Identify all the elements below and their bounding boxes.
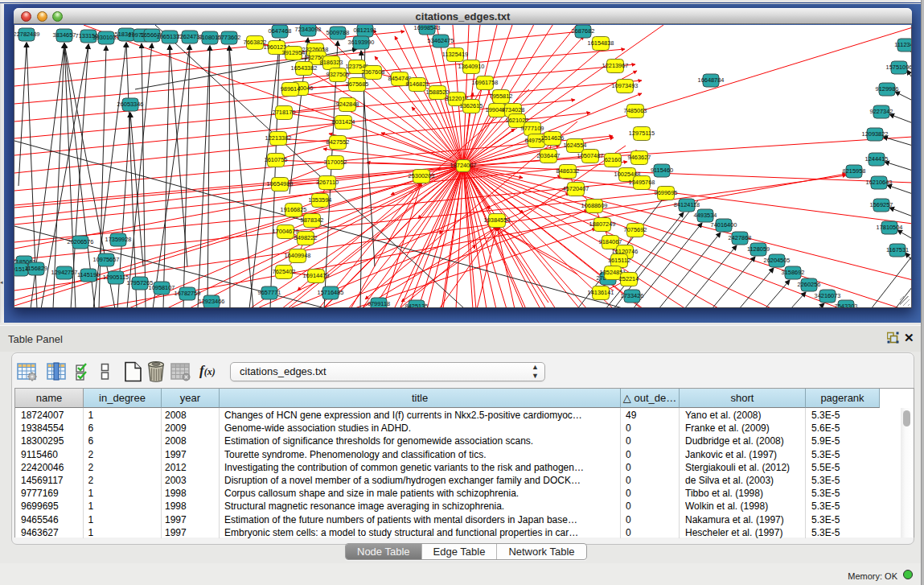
svg-text:36193990: 36193990 xyxy=(348,39,375,46)
svg-text:12975115: 12975115 xyxy=(629,130,655,137)
svg-text:8215958: 8215958 xyxy=(843,167,866,175)
svg-text:15751096: 15751096 xyxy=(886,64,912,71)
svg-text:0812191: 0812191 xyxy=(354,27,377,34)
svg-text:1733426: 1733426 xyxy=(621,292,644,299)
svg-text:20206576: 20206576 xyxy=(68,238,94,245)
svg-text:2260256: 2260256 xyxy=(798,281,821,288)
svg-text:13640910: 13640910 xyxy=(458,63,485,70)
svg-text:7543303: 7543303 xyxy=(835,303,858,308)
svg-text:10973493: 10973493 xyxy=(612,82,639,89)
svg-text:7625402: 7625402 xyxy=(273,268,296,275)
svg-text:5878342: 5878342 xyxy=(301,216,324,224)
svg-text:1112345: 1112345 xyxy=(894,41,912,48)
svg-text:16782759: 16782759 xyxy=(175,290,201,297)
svg-text:16210643: 16210643 xyxy=(866,179,893,186)
svg-text:6773602: 6773602 xyxy=(218,34,241,41)
svg-text:9129986: 9129986 xyxy=(876,85,899,93)
svg-text:74016400: 74016400 xyxy=(711,221,737,229)
svg-text:16961758: 16961758 xyxy=(472,79,499,86)
svg-text:1128059: 1128059 xyxy=(747,245,770,253)
svg-text:10958107: 10958107 xyxy=(149,284,175,291)
svg-text:9184067: 9184067 xyxy=(599,238,622,245)
svg-text:17810504: 17810504 xyxy=(877,224,903,231)
svg-text:5009788: 5009788 xyxy=(326,29,350,36)
svg-text:10688609: 10688609 xyxy=(581,202,608,209)
svg-text:19384554: 19384554 xyxy=(484,216,511,224)
svg-text:5498222: 5498222 xyxy=(294,234,318,241)
svg-text:8031424: 8031424 xyxy=(332,118,355,126)
svg-text:11325419: 11325419 xyxy=(442,51,468,58)
svg-text:1615112: 1615112 xyxy=(608,257,630,264)
svg-text:7955812: 7955812 xyxy=(490,93,513,100)
svg-text:3834657: 3834657 xyxy=(53,31,76,39)
svg-text:7485063: 7485063 xyxy=(624,107,647,114)
svg-text:45720407: 45720407 xyxy=(563,185,589,192)
svg-text:9115460: 9115460 xyxy=(651,167,673,174)
svg-text:2367608: 2367608 xyxy=(362,68,385,76)
svg-text:1156829: 1156829 xyxy=(25,265,47,272)
svg-text:10975657: 10975657 xyxy=(93,256,120,263)
svg-text:9777109: 9777109 xyxy=(521,125,544,132)
svg-text:19654983: 19654983 xyxy=(267,180,294,187)
svg-text:16648784: 16648784 xyxy=(698,76,725,84)
svg-text:9734028: 9734028 xyxy=(502,106,525,113)
svg-text:9657771: 9657771 xyxy=(258,289,281,296)
svg-text:12923466: 12923466 xyxy=(199,298,225,305)
svg-text:1167531: 1167531 xyxy=(886,246,909,253)
svg-text:16409948: 16409948 xyxy=(285,252,311,259)
svg-text:16998543: 16998543 xyxy=(414,25,441,31)
svg-text:9327505: 9327505 xyxy=(326,71,350,78)
svg-text:0799118: 0799118 xyxy=(368,300,390,307)
svg-text:8427552: 8427552 xyxy=(326,138,350,146)
svg-text:9227342: 9227342 xyxy=(870,108,893,115)
svg-text:9146821: 9146821 xyxy=(406,80,429,88)
svg-text:2718170: 2718170 xyxy=(273,109,296,116)
svg-text:12905115: 12905115 xyxy=(103,274,129,281)
svg-text:12213967: 12213967 xyxy=(602,62,629,69)
svg-text:1244415: 1244415 xyxy=(865,155,889,163)
svg-text:16543382: 16543382 xyxy=(291,64,318,72)
svg-text:8186323: 8186323 xyxy=(320,59,343,66)
svg-text:3267110: 3267110 xyxy=(316,179,339,186)
svg-text:18724007: 18724007 xyxy=(450,162,477,169)
svg-text:26053346: 26053346 xyxy=(117,101,144,108)
svg-text:18807249: 18807249 xyxy=(589,220,616,228)
svg-text:34216073: 34216073 xyxy=(815,292,841,299)
svg-text:19166825: 19166825 xyxy=(281,206,307,213)
svg-text:1569257: 1569257 xyxy=(870,201,893,208)
svg-text:9699695: 9699695 xyxy=(655,189,678,196)
svg-text:12093822: 12093822 xyxy=(862,130,889,138)
svg-text:26204505: 26204505 xyxy=(764,257,791,264)
svg-text:14136141: 14136141 xyxy=(588,289,614,296)
svg-text:2036447: 2036447 xyxy=(537,152,561,159)
svg-text:1145190: 1145190 xyxy=(77,271,100,278)
svg-text:3158692: 3158692 xyxy=(782,269,805,276)
svg-text:53462475: 53462475 xyxy=(428,37,454,44)
svg-text:3675685: 3675685 xyxy=(346,80,369,88)
svg-text:22782489: 22782489 xyxy=(14,31,39,38)
svg-text:989614: 989614 xyxy=(281,85,301,93)
svg-text:3170052: 3170052 xyxy=(324,159,347,166)
svg-text:252214: 252214 xyxy=(619,275,639,282)
svg-text:0647468: 0647468 xyxy=(269,27,292,35)
svg-text:12213382: 12213382 xyxy=(265,134,292,142)
svg-text:7075692: 7075692 xyxy=(624,226,647,233)
svg-text:62160: 62160 xyxy=(605,156,622,163)
svg-text:12942757: 12942757 xyxy=(51,269,78,276)
svg-text:1353594: 1353594 xyxy=(309,196,332,204)
svg-text:15716485: 15716485 xyxy=(318,289,344,296)
svg-text:25300203: 25300203 xyxy=(409,172,435,179)
svg-text:10507487: 10507487 xyxy=(577,152,604,159)
svg-text:2427868: 2427868 xyxy=(729,234,752,241)
svg-text:16914479: 16914479 xyxy=(303,272,330,279)
svg-text:8425135: 8425135 xyxy=(405,303,429,308)
svg-text:72343098: 72343098 xyxy=(295,26,322,33)
svg-text:1514626: 1514626 xyxy=(541,134,565,142)
svg-text:16154838: 16154838 xyxy=(588,39,614,47)
svg-text:1610755: 1610755 xyxy=(265,156,288,163)
svg-text:1362615: 1362615 xyxy=(460,102,483,109)
svg-text:4493534: 4493534 xyxy=(694,212,717,219)
svg-text:13495768: 13495768 xyxy=(629,179,655,186)
svg-text:84124118: 84124118 xyxy=(674,201,700,208)
svg-text:9463627: 9463627 xyxy=(628,154,651,161)
